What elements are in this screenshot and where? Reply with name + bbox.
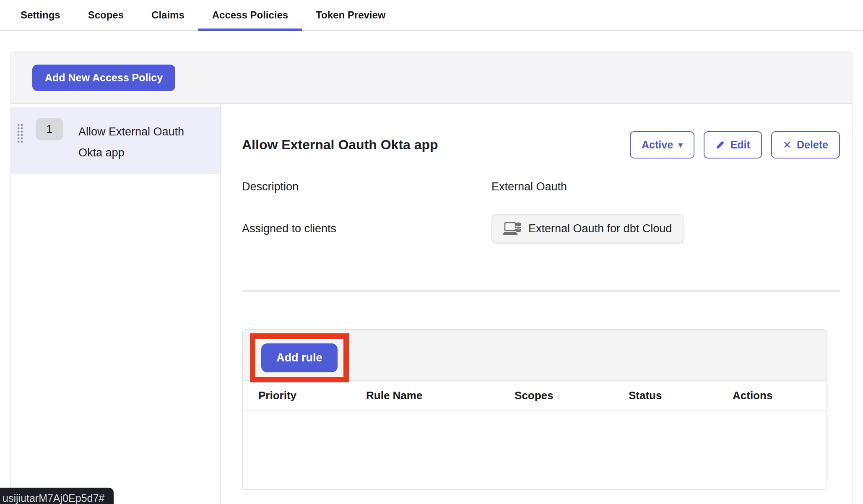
rules-toolbar: Add rule: [243, 330, 827, 381]
description-row: Description External Oauth: [242, 180, 840, 193]
column-header-priority: Priority: [258, 389, 366, 402]
add-rule-button[interactable]: Add rule: [261, 343, 338, 372]
highlight-annotation: Add rule: [250, 333, 349, 382]
section-divider: [242, 291, 840, 291]
client-chip[interactable]: External Oauth for dbt Cloud: [491, 214, 684, 244]
status-dropdown-label: Active: [642, 139, 673, 151]
panel-toolbar: Add New Access Policy: [11, 52, 852, 104]
assigned-clients-label: Assigned to clients: [242, 222, 491, 235]
rules-table-header: Priority Rule Name Scopes Status Actions: [243, 381, 827, 411]
column-header-scopes: Scopes: [515, 389, 629, 402]
policy-detail-header: Allow External Oauth Okta app Active ▾: [242, 128, 840, 162]
policy-action-buttons: Active ▾ Edit ✕: [630, 131, 840, 158]
policy-fields: Description External Oauth Assigned to c…: [242, 180, 840, 244]
policy-detail: Allow External Oauth Okta app Active ▾: [221, 104, 852, 504]
tab-access-policies[interactable]: Access Policies: [198, 0, 302, 30]
description-value: External Oauth: [491, 180, 840, 193]
screen: Settings Scopes Claims Access Policies T…: [0, 0, 863, 504]
column-header-status: Status: [629, 389, 733, 402]
tab-bar: Settings Scopes Claims Access Policies T…: [0, 0, 863, 31]
delete-button-label: Delete: [797, 139, 828, 151]
assigned-clients-row: Assigned to clients: [242, 214, 840, 244]
policy-title: Allow External Oauth Okta app: [242, 137, 438, 153]
tab-token-preview[interactable]: Token Preview: [302, 0, 399, 30]
edit-button[interactable]: Edit: [704, 131, 762, 158]
column-header-rule-name: Rule Name: [366, 389, 515, 402]
rules-panel: Add rule Priority Rule Name Scopes Statu…: [242, 329, 827, 490]
rules-table-body: [243, 411, 827, 489]
delete-button[interactable]: ✕ Delete: [771, 131, 840, 158]
pencil-icon: [715, 140, 725, 150]
status-url-tooltip: usijiutarM7Aj0Ep5d7#: [0, 488, 114, 504]
policy-list: 1 Allow External Oauth Okta app: [11, 104, 221, 504]
tab-claims[interactable]: Claims: [138, 0, 198, 30]
policy-list-item[interactable]: 1 Allow External Oauth Okta app: [11, 107, 220, 174]
chevron-down-icon: ▾: [678, 141, 683, 149]
panel-body: 1 Allow External Oauth Okta app Allow Ex…: [11, 104, 852, 504]
status-dropdown-button[interactable]: Active ▾: [630, 131, 694, 158]
description-label: Description: [242, 180, 491, 193]
drag-handle-icon[interactable]: [17, 124, 26, 143]
tab-scopes[interactable]: Scopes: [74, 0, 138, 30]
access-policies-panel: Add New Access Policy: [10, 52, 853, 504]
policy-order-badge: 1: [36, 118, 63, 140]
policy-list-item-label: Allow External Oauth Okta app: [78, 121, 200, 163]
edit-button-label: Edit: [730, 139, 750, 151]
laptop-database-icon: [503, 221, 522, 236]
close-icon: ✕: [783, 140, 791, 150]
add-new-access-policy-button[interactable]: Add New Access Policy: [32, 65, 175, 91]
client-chip-label: External Oauth for dbt Cloud: [528, 222, 672, 235]
tab-settings[interactable]: Settings: [7, 0, 74, 30]
column-header-actions: Actions: [733, 389, 827, 402]
